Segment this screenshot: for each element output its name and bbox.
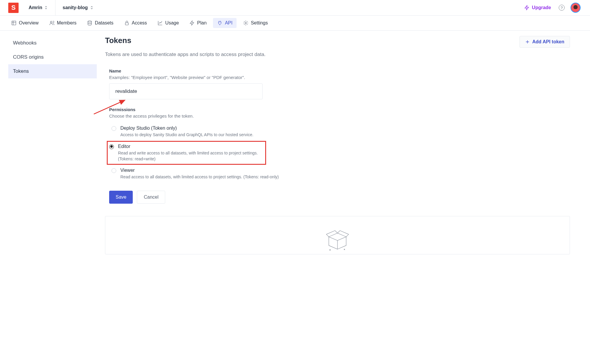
tab-members[interactable]: Members <box>45 18 81 28</box>
radio-title: Editor <box>118 144 264 149</box>
radio-title: Deploy Studio (Token only) <box>120 126 253 131</box>
svg-point-2 <box>88 21 91 22</box>
tab-label: Access <box>132 20 147 26</box>
svg-point-4 <box>245 22 247 24</box>
lightning-icon <box>189 20 195 26</box>
lightning-icon <box>524 5 530 10</box>
radio-icon <box>112 168 116 173</box>
cancel-button[interactable]: Cancel <box>137 191 165 204</box>
name-label: Name <box>109 68 570 73</box>
add-api-token-button[interactable]: Add API token <box>519 36 570 48</box>
sanity-logo[interactable]: S <box>8 3 19 13</box>
project-tabs: Overview Members Datasets Access Usage P… <box>0 16 590 31</box>
org-selector[interactable]: Amrin <box>26 3 51 12</box>
lock-icon <box>124 20 130 26</box>
tab-label: API <box>225 20 232 26</box>
org-name: Amrin <box>29 5 42 10</box>
token-form: Name Examples: "Employee import", "Websi… <box>105 68 570 203</box>
project-name: sanity-blog <box>63 5 88 10</box>
open-box-icon <box>325 228 350 253</box>
upgrade-button[interactable]: Upgrade <box>521 3 555 12</box>
divider <box>55 0 55 16</box>
radio-desc: Read and write access to all datasets, w… <box>118 150 264 162</box>
radio-icon <box>112 126 116 131</box>
gear-icon <box>243 20 248 26</box>
add-btn-label: Add API token <box>532 39 564 45</box>
tab-label: Overview <box>19 20 39 26</box>
page-content: Tokens Add API token Tokens are used to … <box>105 36 582 254</box>
permission-radio-group: Deploy Studio (Token only) Access to dep… <box>109 123 570 183</box>
tab-access[interactable]: Access <box>120 18 151 28</box>
save-button[interactable]: Save <box>109 191 133 204</box>
avatar[interactable] <box>571 3 581 13</box>
upgrade-label: Upgrade <box>532 5 551 10</box>
radio-title: Viewer <box>120 168 279 173</box>
project-selector[interactable]: sanity-blog <box>60 3 96 12</box>
chart-icon <box>158 20 163 26</box>
radio-desc: Access to deploy Sanity Studio and Graph… <box>120 132 253 138</box>
tab-label: Settings <box>251 20 268 26</box>
api-sidebar: Webhooks CORS origins Tokens <box>8 36 97 254</box>
tab-label: Datasets <box>95 20 113 26</box>
radio-icon <box>109 144 114 149</box>
users-icon <box>49 20 55 26</box>
svg-point-1 <box>50 21 52 23</box>
tab-settings[interactable]: Settings <box>239 18 272 28</box>
permission-viewer[interactable]: Viewer Read access to all datasets, with… <box>109 165 570 183</box>
tab-usage[interactable]: Usage <box>153 18 183 28</box>
sidebar-item-webhooks[interactable]: Webhooks <box>8 36 97 50</box>
database-icon <box>87 20 92 26</box>
tab-overview[interactable]: Overview <box>7 18 43 28</box>
sidebar-item-cors[interactable]: CORS origins <box>8 50 97 64</box>
sidebar-item-tokens[interactable]: Tokens <box>8 64 97 78</box>
top-bar: S Amrin sanity-blog Upgrade ? <box>0 0 590 16</box>
tab-api[interactable]: API <box>213 18 237 28</box>
permission-deploy-studio[interactable]: Deploy Studio (Token only) Access to dep… <box>109 123 570 141</box>
name-input[interactable] <box>109 83 263 99</box>
svg-point-6 <box>330 249 330 250</box>
plug-icon <box>217 20 222 26</box>
permissions-label: Permissions <box>109 107 570 112</box>
chevron-updown-icon <box>90 6 94 10</box>
page-intro: Tokens are used to authenticate apps and… <box>105 51 270 58</box>
tab-label: Plan <box>197 20 206 26</box>
radio-desc: Read access to all datasets, with limite… <box>120 174 279 180</box>
tab-label: Members <box>57 20 77 26</box>
page-title: Tokens <box>105 36 131 45</box>
name-hint: Examples: "Employee import", "Website pr… <box>109 75 570 80</box>
svg-rect-0 <box>12 21 16 25</box>
empty-state <box>105 216 570 254</box>
svg-rect-3 <box>125 23 128 25</box>
help-button[interactable]: ? <box>559 5 565 11</box>
chevron-updown-icon <box>44 6 48 10</box>
tab-plan[interactable]: Plan <box>185 18 211 28</box>
tab-label: Usage <box>165 20 179 26</box>
permission-editor[interactable]: Editor Read and write access to all data… <box>107 141 266 165</box>
plus-icon <box>525 39 530 44</box>
permissions-hint: Choose the access privileges for the tok… <box>109 113 570 118</box>
grid-icon <box>11 20 17 26</box>
tab-datasets[interactable]: Datasets <box>83 18 117 28</box>
